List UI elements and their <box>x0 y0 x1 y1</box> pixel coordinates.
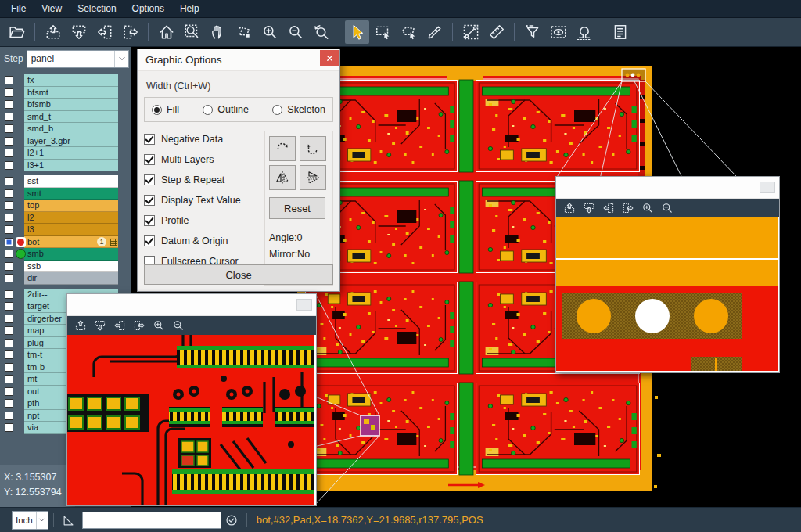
pan-down-button[interactable] <box>66 20 91 44</box>
layer-visibility-checkbox[interactable] <box>5 189 13 198</box>
unit-select[interactable]: Inch <box>12 511 48 530</box>
view-options-button[interactable] <box>546 20 570 44</box>
checkbox-multi-layers[interactable]: Multi Layers <box>144 149 261 170</box>
layer-name[interactable]: l2 <box>24 212 118 225</box>
layer-row[interactable]: smt <box>0 188 131 200</box>
pan-up-button[interactable] <box>41 20 65 44</box>
close-button[interactable]: Close <box>144 264 333 285</box>
measure-ruler-button[interactable] <box>484 20 508 44</box>
layer-visibility-checkbox[interactable] <box>5 274 13 282</box>
zoom-in-button[interactable] <box>153 319 165 332</box>
select-cursor-button[interactable] <box>345 20 369 44</box>
filter-button[interactable] <box>520 20 544 44</box>
pan-left-button[interactable] <box>113 319 126 332</box>
mirror-vertical-button[interactable] <box>300 165 326 190</box>
pan-hand-button[interactable] <box>206 20 230 44</box>
layer-visibility-checkbox[interactable] <box>5 339 13 347</box>
layer-name[interactable]: top <box>24 200 118 212</box>
layer-name[interactable]: smd_t <box>24 111 118 124</box>
layer-row[interactable]: l3+1 <box>0 160 131 172</box>
layer-row[interactable]: top <box>0 200 131 212</box>
pan-down-button[interactable] <box>583 202 595 214</box>
move-view-button[interactable] <box>232 20 256 44</box>
checkbox-negative-data[interactable]: Negative Data <box>144 129 261 149</box>
checkbox[interactable] <box>144 154 155 165</box>
layer-name[interactable]: layer_3.gbr <box>24 135 118 148</box>
graphic-options-dialog[interactable]: Graphic Options Width (Ctrl+W) Fill Outl… <box>137 49 340 292</box>
zoom-in-button[interactable] <box>641 202 654 214</box>
pan-right-button[interactable] <box>622 202 634 214</box>
select-rectangle-button[interactable] <box>371 20 395 44</box>
layer-name[interactable]: smd_b <box>24 123 118 135</box>
measure-line-button[interactable] <box>458 20 483 44</box>
layer-row-bot-active[interactable]: bot 1 <box>0 236 131 249</box>
popup-window-button[interactable] <box>760 182 775 193</box>
layer-visibility-checkbox[interactable] <box>5 250 13 258</box>
step-select[interactable]: panel <box>27 50 129 68</box>
apply-refresh-icon[interactable] <box>224 513 239 527</box>
rotate-cw-button[interactable] <box>269 136 296 161</box>
layer-visibility-checkbox[interactable] <box>5 375 13 383</box>
layer-visibility-checkbox[interactable] <box>5 88 13 97</box>
dialog-close-button[interactable] <box>320 50 339 66</box>
layer-row[interactable]: smd_t <box>0 111 131 124</box>
layer-row[interactable]: bfsmt <box>0 87 131 99</box>
zoom-popup-title-bar[interactable] <box>556 177 779 199</box>
layer-visibility-checkbox[interactable] <box>5 423 13 432</box>
zoom-in-button[interactable] <box>257 20 282 44</box>
zoom-popup-title-bar[interactable] <box>67 294 316 316</box>
active-layer-indicator[interactable] <box>16 237 26 247</box>
layer-visibility-checkbox[interactable] <box>5 412 13 420</box>
layer-row[interactable]: smb <box>0 248 131 261</box>
rotate-ccw-button[interactable] <box>300 136 326 161</box>
layer-visibility-checkbox[interactable] <box>5 149 13 157</box>
checkbox[interactable] <box>144 235 155 246</box>
layer-visibility-checkbox[interactable] <box>5 326 13 335</box>
layer-name[interactable]: l3+1 <box>24 160 118 172</box>
layer-name[interactable]: sst <box>24 175 118 188</box>
radio-skeleton[interactable]: Skeleton <box>272 104 325 115</box>
layer-name[interactable]: l2+1 <box>24 147 118 160</box>
layer-row[interactable]: layer_3.gbr <box>0 135 131 148</box>
layer-name[interactable]: fx <box>24 74 118 87</box>
layer-name[interactable]: ssb <box>24 261 118 273</box>
open-file-button[interactable] <box>5 20 29 44</box>
layer-visibility-checkbox[interactable] <box>5 363 13 372</box>
pan-up-button[interactable] <box>74 319 87 332</box>
layer-row[interactable]: l2+1 <box>0 147 131 160</box>
zoom-previous-button[interactable] <box>309 20 333 44</box>
checkbox[interactable] <box>144 215 155 226</box>
checkbox-datum-origin[interactable]: Datum & Origin <box>144 231 261 251</box>
grid-icon[interactable] <box>110 238 118 246</box>
layer-row[interactable]: l2 <box>0 212 131 225</box>
layer-visibility-checkbox[interactable] <box>5 100 13 109</box>
zoom-popup-bottom[interactable] <box>66 293 317 506</box>
pan-left-button[interactable] <box>602 202 615 214</box>
pan-down-button[interactable] <box>94 319 106 332</box>
checkbox[interactable] <box>144 174 155 185</box>
zoom-window-button[interactable] <box>180 20 204 44</box>
layer-visibility-checkbox[interactable] <box>5 76 13 84</box>
zoom-home-button[interactable] <box>154 20 178 44</box>
layer-visibility-checkbox[interactable] <box>5 315 13 323</box>
layer-visibility-checkbox[interactable] <box>5 302 13 311</box>
mirror-horizontal-button[interactable] <box>269 165 296 190</box>
corner-angle-icon[interactable] <box>62 513 76 527</box>
layer-visibility-checkbox[interactable] <box>5 238 13 246</box>
checkbox[interactable] <box>144 134 155 145</box>
layer-visibility-checkbox[interactable] <box>5 290 13 299</box>
layer-visibility-checkbox[interactable] <box>5 124 13 133</box>
pan-up-button[interactable] <box>563 202 576 214</box>
layer-name[interactable]: bfsmt <box>24 87 118 99</box>
checkbox-profile[interactable]: Profile <box>144 210 261 231</box>
layer-visibility-checkbox[interactable] <box>5 262 13 271</box>
pan-left-button[interactable] <box>92 20 117 44</box>
menu-file[interactable]: File <box>3 1 34 16</box>
pan-right-button[interactable] <box>118 20 142 44</box>
layer-row[interactable]: smd_b <box>0 123 131 135</box>
menu-options[interactable]: Options <box>124 1 172 16</box>
layer-name[interactable]: dir <box>24 272 118 285</box>
menu-help[interactable]: Help <box>172 1 207 16</box>
dialog-title-bar[interactable]: Graphic Options <box>138 49 339 71</box>
layer-visibility-checkbox[interactable] <box>5 214 13 222</box>
